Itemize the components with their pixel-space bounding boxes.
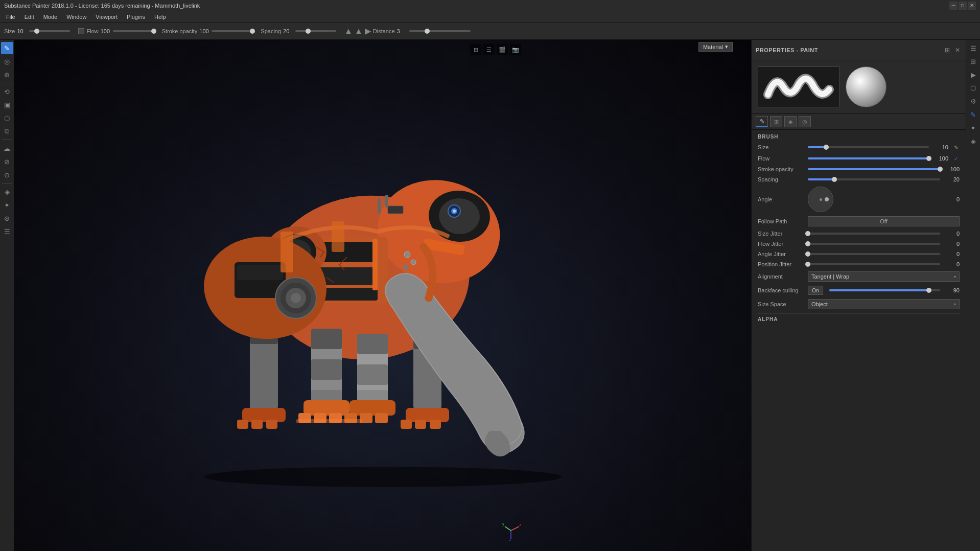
menu-viewport[interactable]: Viewport (91, 11, 122, 22)
tool-fill[interactable]: ⧉ (1, 125, 13, 137)
close-button[interactable]: ✕ (968, 2, 976, 10)
right-icon-layers[interactable]: ☰ (967, 42, 979, 54)
size-edit-icon[interactable]: ✎ (952, 144, 960, 151)
tool-clone[interactable]: ⟲ (1, 85, 13, 98)
backface-culling-value[interactable]: 90 (944, 287, 960, 293)
menu-window[interactable]: Window (62, 11, 90, 22)
angle-jitter-label: Angle Jitter (758, 251, 804, 257)
tool-burn[interactable]: ⊙ (1, 169, 13, 181)
brush-tab-paint[interactable]: ✎ (756, 116, 768, 127)
viewport[interactable]: x y z Material ▾ ⊞ ☰ 🎬 📷 (14, 40, 751, 551)
viewport-icon-3[interactable]: 🎬 (497, 44, 508, 55)
distance-value[interactable]: 3 (397, 28, 407, 34)
tool-geometry[interactable]: ◈ (1, 186, 13, 198)
flow-prop-value[interactable]: 100 (933, 155, 948, 162)
position-jitter-slider[interactable] (808, 263, 940, 265)
spacing-slider-fill (808, 178, 834, 180)
size-space-dropdown[interactable]: Object ▾ (808, 299, 960, 309)
size-slider-handle[interactable] (824, 145, 829, 150)
stroke-opacity-slider-handle[interactable] (938, 167, 943, 172)
flow-jitter-value[interactable]: 0 (944, 241, 960, 247)
spacing-slider-handle[interactable] (832, 177, 837, 182)
right-icon-effects[interactable]: ✦ (967, 122, 979, 134)
spacing-prop-value[interactable]: 20 (944, 176, 960, 182)
backface-culling-slider[interactable] (829, 289, 940, 291)
stroke-opacity-prop-slider[interactable] (808, 168, 940, 170)
tool-select[interactable]: ⬡ (1, 112, 13, 124)
tool-blur[interactable]: ☁ (1, 142, 13, 154)
menu-edit[interactable]: Edit (20, 11, 38, 22)
props-popout-button[interactable]: ⊞ (943, 46, 951, 54)
stamp2-icon: ▲ (355, 27, 363, 36)
angle-handle[interactable] (825, 197, 829, 201)
props-close-button[interactable]: ✕ (953, 46, 962, 54)
size-prop-slider[interactable] (808, 146, 929, 148)
angle-jitter-handle[interactable] (805, 251, 810, 257)
flow-value[interactable]: 100 (101, 28, 111, 34)
tool-smudge[interactable]: ▣ (1, 99, 13, 111)
viewport-icon-1[interactable]: ⊞ (470, 44, 481, 55)
maximize-button[interactable]: □ (959, 2, 967, 10)
alignment-dropdown[interactable]: Tangent | Wrap ▾ (808, 271, 960, 282)
size-slider[interactable] (29, 30, 70, 32)
flow-check-icon[interactable]: ✓ (952, 155, 960, 162)
brush-tab-mask[interactable]: ⊞ (770, 116, 782, 127)
menu-plugins[interactable]: Plugins (123, 11, 149, 22)
right-icon-grid[interactable]: ⊞ (967, 55, 979, 67)
spacing-value[interactable]: 20 (283, 28, 293, 34)
brush-tab-erase[interactable]: ◎ (799, 116, 811, 127)
size-jitter-value[interactable]: 0 (944, 231, 960, 237)
svg-rect-61 (385, 195, 388, 208)
backface-culling-toggle[interactable]: On (808, 286, 823, 295)
stroke-opacity-value[interactable]: 100 (199, 28, 209, 34)
size-jitter-handle[interactable] (805, 231, 810, 236)
right-icon-camera[interactable]: ⬡ (967, 82, 979, 94)
stroke-opacity-prop-value[interactable]: 100 (944, 166, 960, 172)
position-jitter-value[interactable]: 0 (944, 261, 960, 267)
angle-jitter-value[interactable]: 0 (944, 251, 960, 257)
spacing-slider[interactable] (295, 30, 336, 32)
follow-path-toggle[interactable]: Off (808, 216, 960, 226)
material-selector[interactable]: Material ▾ (698, 42, 733, 52)
tool-paint[interactable]: ✎ (1, 42, 13, 54)
flow-row: Flow 100 ✓ (758, 155, 960, 162)
right-icon-uv[interactable]: ◈ (967, 135, 979, 147)
size-label: Size (4, 28, 15, 34)
flow-jitter-handle[interactable] (805, 241, 810, 246)
viewport-icon-2[interactable]: ☰ (483, 44, 495, 55)
flow-checkbox[interactable] (78, 28, 84, 34)
brush-tab-smudge[interactable]: ◈ (784, 116, 797, 127)
flow-slider-handle[interactable] (926, 156, 931, 161)
stroke-opacity-label: Stroke opacity (162, 28, 198, 34)
stroke-opacity-slider[interactable] (212, 30, 252, 32)
right-icon-settings[interactable]: ⚙ (967, 95, 979, 107)
flow-slider[interactable] (113, 30, 154, 32)
menu-mode[interactable]: Mode (39, 11, 62, 22)
right-icon-render[interactable]: ▶ (967, 68, 979, 81)
tool-anchor[interactable]: ⊛ (1, 212, 13, 224)
tool-measure[interactable]: ☰ (1, 225, 13, 238)
angle-wheel[interactable] (808, 187, 833, 212)
size-jitter-slider[interactable] (808, 233, 940, 235)
menu-file[interactable]: File (2, 11, 19, 22)
tool-dodge[interactable]: ⊘ (1, 155, 13, 168)
distance-slider[interactable] (409, 30, 471, 32)
menu-help[interactable]: Help (150, 11, 170, 22)
svg-text:z: z (509, 538, 511, 541)
tool-text[interactable]: ✦ (1, 199, 13, 211)
tool-erase[interactable]: ◎ (1, 55, 13, 67)
size-prop-value[interactable]: 10 (933, 144, 948, 150)
spacing-prop-slider[interactable] (808, 178, 940, 180)
angle-jitter-slider[interactable] (808, 253, 940, 255)
viewport-icon-4[interactable]: 📷 (510, 44, 521, 55)
backface-culling-handle[interactable] (926, 288, 931, 293)
right-icon-paint[interactable]: ✎ (967, 108, 979, 121)
size-value[interactable]: 10 (17, 28, 27, 34)
follow-path-value: Off (880, 218, 887, 224)
angle-prop-value[interactable]: 0 (944, 196, 960, 202)
flow-jitter-slider[interactable] (808, 243, 940, 245)
flow-prop-slider[interactable] (808, 157, 929, 159)
minimize-button[interactable]: ─ (949, 2, 958, 10)
tool-projection[interactable]: ⊕ (1, 68, 13, 81)
position-jitter-handle[interactable] (805, 262, 810, 267)
